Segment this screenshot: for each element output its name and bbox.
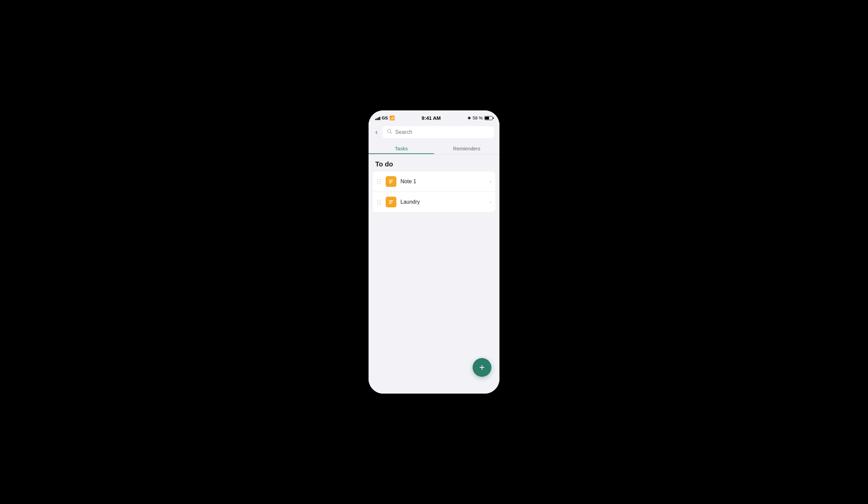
main-area: To do xyxy=(369,154,499,393)
svg-rect-9 xyxy=(389,203,391,204)
list-item[interactable]: Note 1 › xyxy=(373,171,495,192)
bluetooth-icon: ✱ xyxy=(467,116,471,120)
chevron-right-icon: › xyxy=(489,178,492,185)
section-title: To do xyxy=(369,154,499,171)
time-label: 9:41 AM xyxy=(422,115,441,121)
list-item[interactable]: Laundry › xyxy=(373,192,495,212)
search-input[interactable] xyxy=(395,129,489,135)
tab-tasks[interactable]: Tasks xyxy=(369,142,434,154)
svg-rect-8 xyxy=(389,202,392,202)
add-task-button[interactable]: + xyxy=(473,358,492,377)
note-icon xyxy=(386,176,396,187)
plus-icon: + xyxy=(479,363,485,372)
status-bar: GS 📶 9:41 AM ✱ 58 % xyxy=(369,111,499,123)
chevron-right-icon: › xyxy=(489,199,492,206)
search-bar[interactable] xyxy=(382,126,494,138)
back-button[interactable]: ‹ xyxy=(374,128,379,136)
tab-reminders[interactable]: Remienders xyxy=(434,142,499,154)
top-nav: ‹ xyxy=(369,123,499,142)
svg-rect-7 xyxy=(389,200,393,201)
note-icon xyxy=(386,197,396,207)
tab-tasks-label: Tasks xyxy=(395,146,407,151)
battery-percent-label: 58 % xyxy=(473,115,483,120)
item-label: Note 1 xyxy=(401,179,485,185)
wifi-icon: 📶 xyxy=(389,115,395,120)
tabs: Tasks Remienders xyxy=(369,142,499,154)
svg-rect-4 xyxy=(389,181,392,182)
signal-icon xyxy=(375,116,380,120)
app-content: ‹ Tasks Remienders To xyxy=(369,123,499,393)
svg-line-1 xyxy=(391,133,392,134)
svg-rect-5 xyxy=(389,182,391,183)
task-list: Note 1 › xyxy=(373,171,495,212)
phone-frame: GS 📶 9:41 AM ✱ 58 % ‹ xyxy=(369,111,499,393)
drag-handle-icon xyxy=(376,179,382,185)
status-left: GS 📶 xyxy=(375,115,395,120)
svg-rect-3 xyxy=(389,180,393,180)
back-chevron-icon: ‹ xyxy=(375,128,378,136)
carrier-label: GS xyxy=(382,115,388,120)
search-icon xyxy=(387,129,392,136)
drag-handle-icon xyxy=(376,199,382,206)
item-label: Laundry xyxy=(401,199,485,205)
battery-fill xyxy=(485,117,489,119)
battery-icon xyxy=(484,116,493,120)
tab-reminders-label: Remienders xyxy=(453,146,480,151)
status-right: ✱ 58 % xyxy=(467,115,493,120)
